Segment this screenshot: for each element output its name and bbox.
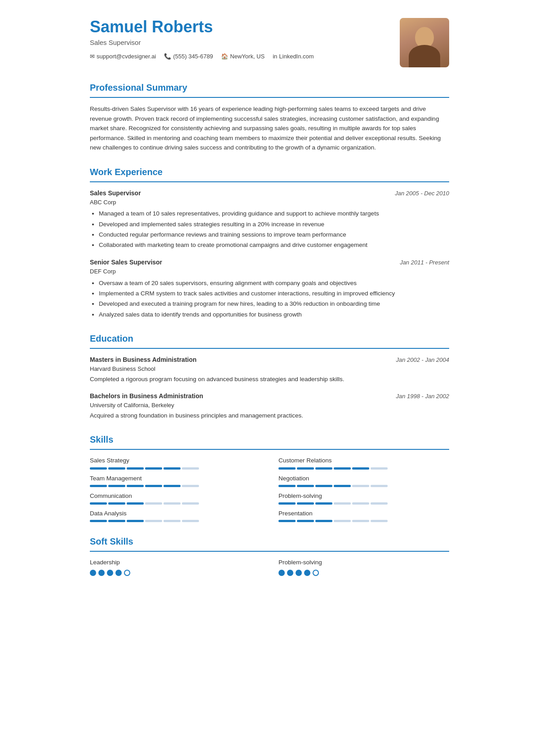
professional-summary-section: Professional Summary Results-driven Sale… bbox=[90, 81, 449, 153]
skill-segment-empty bbox=[371, 467, 388, 470]
skill-name: Customer Relations bbox=[278, 456, 449, 465]
skill-segment-filled bbox=[145, 467, 162, 470]
skill-segment-filled bbox=[163, 485, 181, 487]
skill-item: Presentation bbox=[278, 509, 449, 522]
location-value: NewYork, US bbox=[230, 52, 265, 61]
skill-name: Communication bbox=[90, 492, 261, 501]
candidate-photo bbox=[400, 18, 449, 67]
jobs-container: Sales SupervisorJan 2005 - Dec 2010ABC C… bbox=[90, 189, 449, 319]
soft-skill-name: Problem-solving bbox=[278, 558, 449, 567]
job-bullet: Managed a team of 10 sales representativ… bbox=[99, 209, 449, 218]
photo-placeholder bbox=[400, 18, 449, 67]
soft-skills-grid: LeadershipProblem-solving bbox=[90, 558, 449, 576]
skill-item: Sales Strategy bbox=[90, 456, 261, 469]
skill-segment-filled bbox=[297, 467, 314, 470]
skill-bar bbox=[90, 485, 261, 487]
header-info: Samuel Roberts Sales Supervisor ✉ suppor… bbox=[90, 18, 400, 61]
skill-segment-filled bbox=[108, 467, 125, 470]
edu-item: Masters in Business AdministrationJan 20… bbox=[90, 355, 449, 384]
soft-skill-dots bbox=[90, 570, 261, 576]
skill-segment-empty bbox=[371, 520, 388, 522]
skill-segment-empty bbox=[334, 502, 351, 505]
skill-segment-empty bbox=[352, 502, 369, 505]
skill-segment-filled bbox=[315, 467, 332, 470]
job-bullets: Oversaw a team of 20 sales supervisors, … bbox=[90, 279, 449, 319]
skill-bar bbox=[90, 502, 261, 505]
email-icon: ✉ bbox=[90, 52, 95, 61]
education-title: Education bbox=[90, 332, 449, 345]
job-bullet: Implemented a CRM system to track sales … bbox=[99, 289, 449, 298]
skill-bar bbox=[278, 502, 449, 505]
skill-segment-filled bbox=[278, 502, 296, 505]
job-bullet: Developed and implemented sales strategi… bbox=[99, 220, 449, 229]
skill-name: Presentation bbox=[278, 509, 449, 518]
skill-segment-filled bbox=[278, 485, 296, 487]
skill-name: Data Analysis bbox=[90, 509, 261, 518]
skill-segment-empty bbox=[182, 520, 199, 522]
job-bullet: Developed and executed a training progra… bbox=[99, 299, 449, 308]
skill-item: Team Management bbox=[90, 474, 261, 487]
soft-skills-section: Soft Skills LeadershipProblem-solving bbox=[90, 535, 449, 576]
skill-segment-filled bbox=[108, 502, 125, 505]
skill-bar bbox=[90, 520, 261, 522]
job-bullet: Collaborated with marketing team to crea… bbox=[99, 241, 449, 250]
skill-segment-filled bbox=[127, 485, 144, 487]
skill-segment-empty bbox=[145, 502, 162, 505]
edu-school: Harvard Business School bbox=[90, 365, 449, 374]
dot-empty bbox=[313, 570, 319, 576]
dot-filled bbox=[287, 570, 293, 576]
dot-filled bbox=[90, 570, 96, 576]
skill-segment-empty bbox=[352, 520, 369, 522]
phone-icon: 📞 bbox=[164, 52, 171, 61]
work-experience-divider bbox=[90, 181, 449, 182]
contact-info: ✉ support@cvdesigner.ai 📞 (555) 345-6789… bbox=[90, 52, 400, 61]
edu-container: Masters in Business AdministrationJan 20… bbox=[90, 355, 449, 421]
skill-item: Negotiation bbox=[278, 474, 449, 487]
job-bullet: Conducted regular performance reviews an… bbox=[99, 230, 449, 239]
soft-skill-dots bbox=[278, 570, 449, 576]
skill-segment-filled bbox=[127, 467, 144, 470]
skill-bar bbox=[278, 485, 449, 487]
dot-filled bbox=[98, 570, 105, 576]
job-item: Senior Sales SupervisorJan 2011 - Presen… bbox=[90, 258, 449, 319]
skill-bar bbox=[278, 520, 449, 522]
edu-date: Jan 2002 - Jan 2004 bbox=[396, 356, 449, 365]
linkedin-icon: in bbox=[273, 52, 277, 61]
skill-segment-filled bbox=[90, 520, 107, 522]
location-icon: 🏠 bbox=[221, 52, 228, 61]
dot-filled bbox=[304, 570, 310, 576]
soft-skill-name: Leadership bbox=[90, 558, 261, 567]
skill-segment-filled bbox=[297, 485, 314, 487]
soft-skill-item: Leadership bbox=[90, 558, 261, 576]
job-title: Senior Sales Supervisor bbox=[90, 258, 162, 267]
skill-segment-empty bbox=[334, 520, 351, 522]
skill-segment-empty bbox=[163, 502, 181, 505]
skill-segment-empty bbox=[182, 467, 199, 470]
skill-name: Negotiation bbox=[278, 474, 449, 483]
email-value: support@cvdesigner.ai bbox=[97, 52, 156, 61]
soft-skill-item: Problem-solving bbox=[278, 558, 449, 576]
skill-segment-filled bbox=[145, 485, 162, 487]
skill-segment-filled bbox=[108, 520, 125, 522]
education-section: Education Masters in Business Administra… bbox=[90, 332, 449, 421]
edu-school: University of California, Berkeley bbox=[90, 401, 449, 410]
skill-segment-empty bbox=[145, 520, 162, 522]
skill-segment-filled bbox=[334, 485, 351, 487]
edu-date: Jan 1998 - Jan 2002 bbox=[396, 392, 449, 401]
skill-segment-filled bbox=[278, 520, 296, 522]
skill-item: Customer Relations bbox=[278, 456, 449, 469]
education-divider bbox=[90, 348, 449, 349]
candidate-name: Samuel Roberts bbox=[90, 18, 400, 36]
skill-item: Problem-solving bbox=[278, 492, 449, 505]
resume-header: Samuel Roberts Sales Supervisor ✉ suppor… bbox=[90, 18, 449, 67]
job-item: Sales SupervisorJan 2005 - Dec 2010ABC C… bbox=[90, 189, 449, 250]
dot-filled bbox=[296, 570, 302, 576]
soft-skills-divider bbox=[90, 551, 449, 552]
job-header: Senior Sales SupervisorJan 2011 - Presen… bbox=[90, 258, 449, 267]
skill-item: Communication bbox=[90, 492, 261, 505]
skills-grid: Sales StrategyCustomer RelationsTeam Man… bbox=[90, 456, 449, 522]
linkedin-value: LinkedIn.com bbox=[279, 52, 314, 61]
skill-segment-filled bbox=[163, 467, 181, 470]
work-experience-title: Work Experience bbox=[90, 165, 449, 179]
skill-item: Data Analysis bbox=[90, 509, 261, 522]
